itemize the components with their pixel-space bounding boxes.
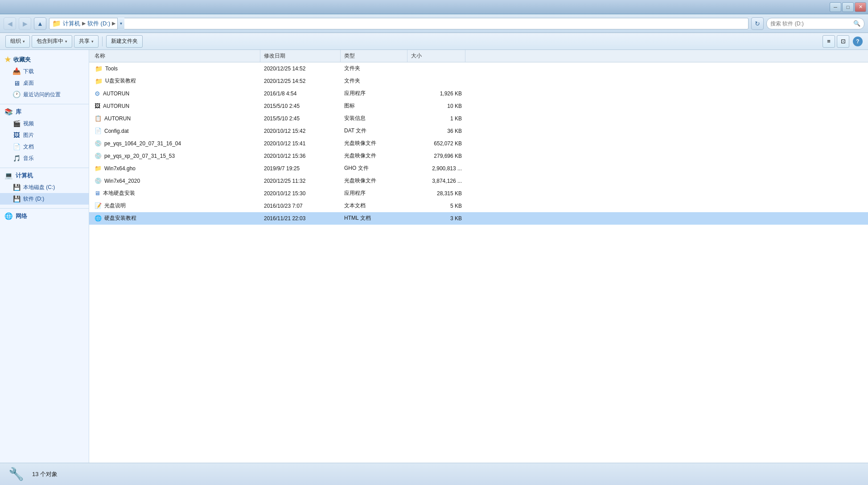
search-icon[interactable]: 🔍 [853,20,860,27]
sidebar-divider-2 [0,168,89,168]
file-type: 应用程序 [341,189,407,197]
share-button[interactable]: 共享 ▾ [74,35,99,48]
sidebar-item-recent[interactable]: 🕐 最近访问的位置 [0,89,89,100]
txt-icon: 📝 [95,202,102,209]
file-date: 2020/10/12 15:36 [260,153,341,159]
table-row[interactable]: U盘安装教程 2020/12/25 14:52 文件夹 [89,75,868,87]
sidebar-item-images[interactable]: 🖼 图片 [0,129,89,141]
dat-icon: 📄 [95,127,102,134]
file-name: ⚙ AUTORUN [91,90,260,97]
refresh-button[interactable]: ↻ [751,17,764,30]
file-type: 文件夹 [341,65,407,72]
new-folder-button[interactable]: 新建文件夹 [106,35,143,48]
table-row[interactable]: 📝 光盘说明 2016/10/23 7:07 文本文档 5 KB [89,200,868,212]
breadcrumb: 📁 计算机 ▶ 软件 (D:) ▶ ▾ [49,18,749,29]
organize-button[interactable]: 组织 ▾ [5,35,30,48]
downloads-icon: 📥 [12,67,21,75]
html-icon: 🌐 [95,215,102,222]
drive-d-icon: 💾 [12,195,21,203]
images-icon: 🖼 [12,131,21,139]
file-type: 安装信息 [341,115,407,122]
library-icon: 📚 [4,108,13,116]
sidebar-item-video[interactable]: 🎬 视频 [0,118,89,129]
file-type: 光盘映像文件 [341,177,407,185]
file-size: 3 KB [407,215,465,222]
table-row[interactable]: ⚙ AUTORUN 2016/1/8 4:54 应用程序 1,926 KB [89,87,868,100]
sidebar-item-desktop[interactable]: 🖥 桌面 [0,77,89,89]
col-header-type[interactable]: 类型 [341,50,407,62]
iso-icon: 💿 [95,140,102,147]
back-button[interactable]: ◀ [4,17,16,30]
status-text: 13 个对象 [32,470,58,478]
table-row[interactable]: 💿 pe_yqs_xp_20_07_31_15_53 2020/10/12 15… [89,150,868,162]
include-library-button[interactable]: 包含到库中 ▾ [32,35,72,48]
file-area: 名称 修改日期 类型 大小 Tools 2020/12/25 14:52 文件夹… [89,50,868,463]
sidebar-section-computer: 💻 计算机 💾 本地磁盘 (C:) 💾 软件 (D:) [0,170,89,205]
file-name: 📋 AUTORUN [91,115,260,122]
organize-arrow-icon: ▾ [23,39,25,44]
file-type: DAT 文件 [341,127,407,135]
help-button[interactable]: ? [853,37,863,46]
col-header-name[interactable]: 名称 [91,50,260,62]
search-input[interactable] [770,21,852,27]
table-row[interactable]: 📄 Config.dat 2020/10/12 15:42 DAT 文件 36 … [89,125,868,137]
file-name: 🖼 AUTORUN [91,103,260,109]
iso-icon: 💿 [95,177,102,184]
up-button[interactable]: ▲ [34,17,46,30]
file-size: 1,926 KB [407,90,465,97]
library-arrow-icon: ▾ [65,39,67,44]
file-date: 2020/12/25 14:52 [260,78,341,84]
recent-icon: 🕐 [12,90,21,99]
sidebar-computer-header[interactable]: 💻 计算机 [0,170,89,181]
table-row[interactable]: 💿 Win7x64_2020 2020/12/25 11:32 光盘映像文件 3… [89,175,868,187]
title-bar: ─ □ ✕ [0,0,868,14]
sidebar-item-documents[interactable]: 📄 文档 [0,141,89,152]
table-row[interactable]: 📁 Win7x64.gho 2019/9/7 19:25 GHO 文件 2,90… [89,162,868,175]
favorites-star-icon: ★ [4,55,11,64]
table-row[interactable]: Tools 2020/12/25 14:52 文件夹 [89,62,868,75]
col-header-date[interactable]: 修改日期 [260,50,341,62]
iso-icon: 💿 [95,152,102,159]
music-icon: 🎵 [12,154,21,162]
file-name: 📝 光盘说明 [91,202,260,210]
breadcrumb-dropdown-button[interactable]: ▾ [117,18,124,29]
breadcrumb-computer[interactable]: 计算机 [63,20,80,28]
sidebar-favorites-header[interactable]: ★ 收藏夹 [0,53,89,66]
forward-button[interactable]: ▶ [19,17,31,30]
sidebar-library-header[interactable]: 📚 库 [0,106,89,118]
file-size: 2,900,813 ... [407,165,465,172]
file-size: 652,072 KB [407,140,465,147]
file-name: 📁 Win7x64.gho [91,165,260,172]
file-size: 3,874,126 ... [407,178,465,184]
column-headers: 名称 修改日期 类型 大小 [89,50,868,62]
close-button[interactable]: ✕ [855,2,866,12]
maximize-button[interactable]: □ [842,2,854,12]
preview-pane-button[interactable]: ⊡ [837,35,849,48]
main-content: ★ 收藏夹 📥 下载 🖥 桌面 🕐 最近访问的位置 [0,50,868,463]
documents-icon: 📄 [12,143,21,151]
breadcrumb-drive-d[interactable]: 软件 (D:) [87,20,110,28]
file-name: 🖥 本地硬盘安装 [91,189,260,197]
view-toggle-button[interactable]: ≡ [823,35,835,48]
table-row[interactable]: 🖥 本地硬盘安装 2020/10/12 15:30 应用程序 28,315 KB [89,187,868,200]
file-size: 28,315 KB [407,190,465,197]
table-row[interactable]: 📋 AUTORUN 2015/5/10 2:45 安装信息 1 KB [89,112,868,125]
sidebar-network-header[interactable]: 🌐 网络 [0,210,89,222]
table-row[interactable]: 💿 pe_yqs_1064_20_07_31_16_04 2020/10/12 … [89,137,868,150]
setup-icon: 📋 [95,115,102,122]
sidebar-item-drive-d[interactable]: 💾 软件 (D:) [0,193,89,205]
file-type: GHO 文件 [341,164,407,172]
col-header-size[interactable]: 大小 [407,50,465,62]
sidebar-item-music[interactable]: 🎵 音乐 [0,152,89,164]
file-date: 2015/5/10 2:45 [260,115,341,122]
sidebar-item-downloads[interactable]: 📥 下载 [0,66,89,77]
minimize-button[interactable]: ─ [830,2,841,12]
file-size: 36 KB [407,128,465,134]
breadcrumb-folder-icon: 📁 [52,19,61,28]
table-row[interactable]: 🌐 硬盘安装教程 2016/11/21 22:03 HTML 文档 3 KB [89,212,868,225]
sidebar-section-network: 🌐 网络 [0,210,89,222]
toolbar: 组织 ▾ 包含到库中 ▾ 共享 ▾ 新建文件夹 ≡ ⊡ ? [0,33,868,50]
table-row[interactable]: 🖼 AUTORUN 2015/5/10 2:45 图标 10 KB [89,100,868,112]
file-date: 2020/10/12 15:30 [260,190,341,197]
sidebar-item-drive-c[interactable]: 💾 本地磁盘 (C:) [0,181,89,193]
